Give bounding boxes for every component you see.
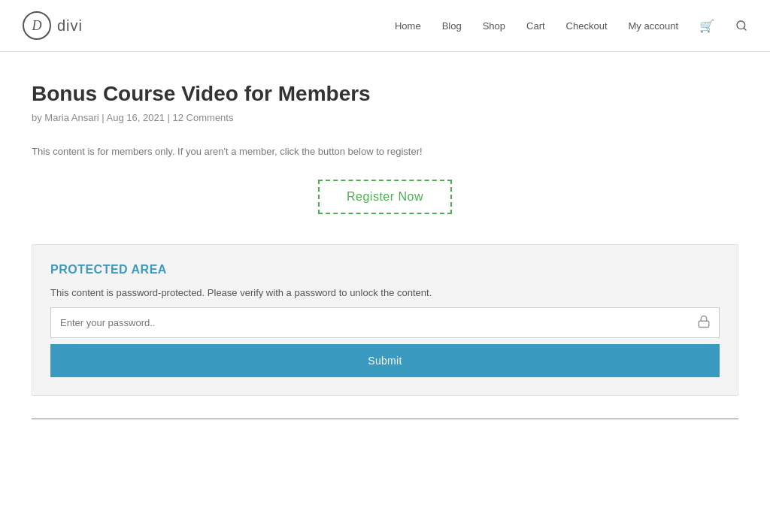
site-logo[interactable]: D divi (23, 11, 83, 40)
logo-circle-icon: D (23, 11, 51, 40)
article-meta: by Maria Ansari | Aug 16, 2021 | 12 Comm… (32, 112, 738, 123)
nav-shop[interactable]: Shop (483, 20, 505, 32)
members-notice: This content is for members only. If you… (32, 146, 738, 157)
protected-description: This content is password-protected. Plea… (50, 287, 720, 298)
register-now-button[interactable]: Register Now (318, 180, 452, 214)
main-nav: Home Blog Shop Cart Checkout My account … (395, 19, 747, 33)
footer-divider (32, 419, 738, 419)
protected-area: PROTECTED AREA This content is password-… (32, 244, 738, 396)
meta-author: Maria Ansari (44, 112, 99, 123)
protected-area-title: PROTECTED AREA (50, 263, 720, 277)
register-btn-wrapper: Register Now (32, 180, 738, 214)
logo-text: divi (57, 17, 83, 35)
key-icon (697, 315, 711, 331)
nav-home[interactable]: Home (395, 20, 421, 32)
site-header: D divi Home Blog Shop Cart Checkout My a… (0, 0, 770, 52)
meta-comments: 12 Comments (173, 112, 234, 123)
nav-blog[interactable]: Blog (442, 20, 462, 32)
nav-checkout[interactable]: Checkout (566, 20, 608, 32)
search-icon[interactable] (735, 20, 747, 32)
meta-by: by (32, 112, 42, 123)
submit-button[interactable]: Submit (50, 344, 720, 377)
nav-cart[interactable]: Cart (526, 20, 545, 32)
cart-icon[interactable]: 🛒 (699, 19, 714, 33)
password-input[interactable] (50, 307, 720, 338)
nav-my-account[interactable]: My account (629, 20, 678, 32)
main-content: Bonus Course Video for Members by Maria … (9, 52, 761, 434)
meta-sep1: | (102, 112, 104, 123)
article-title: Bonus Course Video for Members (32, 82, 738, 106)
password-input-wrapper (50, 307, 720, 338)
meta-sep2: | (168, 112, 170, 123)
svg-line-1 (744, 28, 746, 30)
svg-rect-2 (699, 321, 709, 327)
meta-date: Aug 16, 2021 (107, 112, 165, 123)
